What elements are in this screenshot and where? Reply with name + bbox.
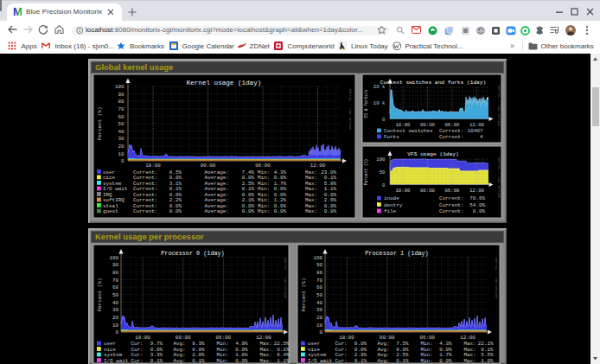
svg-text:00:00: 00:00 <box>380 335 395 341</box>
svg-text:18:00: 18:00 <box>395 122 411 128</box>
svg-text:Current:: Current: <box>439 195 463 201</box>
svg-text:10 k: 10 k <box>373 100 386 106</box>
svg-text:00:00: 00:00 <box>420 188 436 194</box>
svg-text:RRDTOOL / TOBI OETIKER: RRDTOOL / TOBI OETIKER <box>348 89 352 131</box>
svg-text:30: 30 <box>112 307 119 313</box>
svg-text:Cur:: Cur: <box>131 358 144 364</box>
svg-text:30: 30 <box>316 307 323 313</box>
svg-text:Min:: Min: <box>421 358 433 364</box>
svg-text:20 k: 20 k <box>373 84 386 90</box>
svg-text:06:00: 06:00 <box>444 188 460 194</box>
svg-text:06:00: 06:00 <box>255 163 271 169</box>
svg-text:VFS usage (1day): VFS usage (1day) <box>407 151 458 157</box>
svg-text:RRDTOOL / TOBI OETIKER: RRDTOOL / TOBI OETIKER <box>495 258 498 299</box>
svg-text:06:00: 06:00 <box>444 122 460 128</box>
svg-text:0: 0 <box>115 329 118 335</box>
svg-text:4: 4 <box>480 134 483 140</box>
svg-text:0.1%: 0.1% <box>354 358 367 364</box>
svg-text:12:00: 12:00 <box>460 335 476 341</box>
svg-text:80: 80 <box>118 99 124 105</box>
svg-text:70: 70 <box>112 278 119 284</box>
svg-text:Max:: Max: <box>305 208 317 214</box>
svg-text:12:00: 12:00 <box>469 122 485 128</box>
svg-text:70: 70 <box>118 106 124 112</box>
svg-text:Forks: Forks <box>384 134 399 140</box>
svg-text:Avg:: Avg: <box>378 358 390 364</box>
svg-text:60: 60 <box>118 114 124 120</box>
svg-text:100: 100 <box>313 255 322 261</box>
svg-text:Percent (%): Percent (%) <box>97 278 103 312</box>
svg-text:Cur:: Cur: <box>335 358 348 364</box>
svg-text:Current:: Current: <box>439 208 463 214</box>
svg-text:40: 40 <box>118 129 124 135</box>
svg-text:10: 10 <box>316 322 323 329</box>
svg-text:Avg:: Avg: <box>174 358 186 364</box>
svg-text:60: 60 <box>112 284 119 291</box>
svg-text:CS & forks/s: CS & forks/s <box>364 89 368 118</box>
svg-text:Current:: Current: <box>439 128 463 134</box>
svg-text:Current:: Current: <box>439 202 463 208</box>
svg-text:RRDTOOL / TOBI OETIKER: RRDTOOL / TOBI OETIKER <box>497 86 501 127</box>
svg-text:50: 50 <box>380 169 386 176</box>
svg-text:20: 20 <box>112 315 119 321</box>
svg-text:Min:: Min: <box>217 358 229 364</box>
svg-text:40: 40 <box>112 300 119 306</box>
svg-text:10407: 10407 <box>468 128 483 134</box>
svg-text:90: 90 <box>112 262 119 268</box>
svg-text:54.0%: 54.0% <box>469 202 485 208</box>
svg-text:Min:: Min: <box>258 208 270 214</box>
svg-text:06:00: 06:00 <box>419 335 435 341</box>
svg-text:0.0%: 0.0% <box>235 358 248 364</box>
svg-text:100: 100 <box>115 84 124 90</box>
svg-text:dentry: dentry <box>384 202 403 208</box>
svg-text:12:00: 12:00 <box>256 335 271 341</box>
svg-text:70: 70 <box>316 278 323 284</box>
svg-text:0.1%: 0.1% <box>192 358 205 364</box>
svg-text:20: 20 <box>316 315 323 321</box>
svg-text:100: 100 <box>376 156 386 163</box>
svg-text:0: 0 <box>382 117 386 123</box>
svg-text:Average:: Average: <box>205 208 229 214</box>
svg-text:Current:: Current: <box>133 208 157 214</box>
svg-text:Processor 0 (1day): Processor 0 (1day) <box>161 250 224 257</box>
svg-text:I/O wait: I/O wait <box>104 358 128 364</box>
svg-text:0.1%: 0.1% <box>150 358 163 364</box>
svg-text:18:00: 18:00 <box>135 335 150 341</box>
svg-text:00:00: 00:00 <box>201 163 216 169</box>
svg-text:80: 80 <box>316 270 323 276</box>
svg-text:Percent (%): Percent (%) <box>301 278 307 312</box>
svg-text:RRDTOOL / TOBI OETIKER: RRDTOOL / TOBI OETIKER <box>284 258 287 299</box>
svg-text:Context switches: Context switches <box>384 128 433 134</box>
svg-text:0: 0 <box>319 329 322 335</box>
svg-text:RRDTOOL / TOBI OETIKER: RRDTOOL / TOBI OETIKER <box>497 157 501 199</box>
svg-text:50: 50 <box>112 292 119 298</box>
svg-text:0: 0 <box>121 158 124 164</box>
svg-text:10: 10 <box>112 322 119 329</box>
svg-text:0: 0 <box>382 182 386 188</box>
svg-text:0.0%: 0.0% <box>439 358 452 364</box>
svg-text:1.0%: 1.0% <box>481 358 494 364</box>
svg-text:18:00: 18:00 <box>145 163 161 169</box>
svg-text:18:00: 18:00 <box>339 335 354 341</box>
svg-text:40: 40 <box>316 300 323 306</box>
svg-text:Percent (%): Percent (%) <box>364 159 368 185</box>
svg-text:90: 90 <box>118 92 124 98</box>
svg-text:Percent (%): Percent (%) <box>97 107 103 141</box>
svg-text:50: 50 <box>316 292 323 298</box>
svg-text:0.0%: 0.0% <box>324 208 337 214</box>
svg-text:00:00: 00:00 <box>176 335 191 341</box>
svg-text:0.0%: 0.0% <box>473 208 486 214</box>
svg-text:20: 20 <box>118 144 124 150</box>
svg-text:60: 60 <box>316 284 323 291</box>
svg-text:90: 90 <box>316 262 323 268</box>
svg-text:I/O wait: I/O wait <box>308 358 332 364</box>
svg-text:Kernel usage (1day): Kernel usage (1day) <box>187 80 262 86</box>
svg-text:100: 100 <box>109 255 118 261</box>
svg-text:Current:: Current: <box>439 134 463 140</box>
svg-text:0.0%: 0.0% <box>274 208 287 214</box>
svg-text:M: M <box>13 5 22 17</box>
svg-text:30: 30 <box>118 136 124 142</box>
svg-text:0.1%: 0.1% <box>396 358 409 364</box>
svg-text:Max:: Max: <box>260 358 272 364</box>
svg-text:guest: guest <box>103 208 118 214</box>
